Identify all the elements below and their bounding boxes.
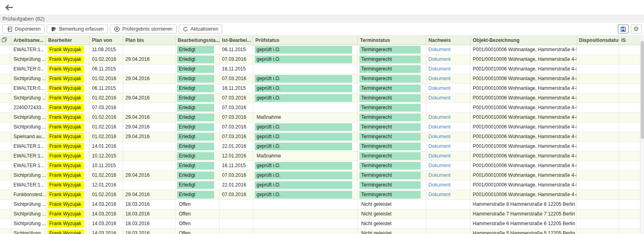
pruefaufgaben-table: Arbeitsanw... Bearbeiter Plan von Plan b… xyxy=(0,35,644,234)
save-icon xyxy=(620,26,626,32)
cell-bearbeiter: Frank Wyzujak xyxy=(45,151,89,161)
aktualisieren-button[interactable]: Aktualisieren xyxy=(179,25,223,33)
table-row[interactable]: EWALTER:1...Frank Wyzujak14.01.2016Erled… xyxy=(0,141,640,151)
dokument-link[interactable]: Dokument xyxy=(429,47,451,52)
dokument-link[interactable]: Dokument xyxy=(429,124,451,130)
row-selector-cell[interactable] xyxy=(0,93,11,103)
dokument-link[interactable]: Dokument xyxy=(429,182,451,188)
dokument-link[interactable]: Dokument xyxy=(429,153,451,159)
aktualisieren-label: Aktualisieren xyxy=(191,26,219,32)
row-selector-cell[interactable] xyxy=(0,151,11,161)
row-selector-cell[interactable] xyxy=(0,161,11,170)
cell-ist-bearbeitung: 22.01.2016 xyxy=(219,180,253,190)
row-selector-cell[interactable] xyxy=(0,170,11,180)
table-row[interactable]: EWALTER:0...Frank Wyzujak06.11.2015Erled… xyxy=(0,64,640,74)
table-row[interactable]: Sichtprüfung ...Frank Wyzujak01.02.20162… xyxy=(0,112,640,122)
column-header-bearbeiter[interactable]: Bearbeiter xyxy=(45,36,89,45)
column-header-is[interactable]: IS xyxy=(619,36,640,45)
status-text: Nicht geleistet xyxy=(359,220,421,228)
status-highlight: Termingerecht xyxy=(359,65,421,73)
row-selector-cell[interactable] xyxy=(0,190,11,199)
row-selector-cell[interactable] xyxy=(0,112,11,122)
table-row[interactable]: EWALTER:1...Frank Wyzujak11.08.2015Erled… xyxy=(0,45,640,54)
dokument-link[interactable]: Dokument xyxy=(429,143,451,149)
bemerkung-erfassen-button[interactable]: Bemerkung erfassen xyxy=(47,25,108,33)
row-selector-cell[interactable] xyxy=(0,180,11,190)
cell-bearbeiter: Frank Wyzujak xyxy=(45,209,89,219)
row-selector-cell[interactable] xyxy=(0,83,11,93)
table-row[interactable]: EWALTER:1...Frank Wyzujak10.12.2015Erled… xyxy=(0,151,640,161)
row-selector-cell[interactable] xyxy=(0,141,11,151)
row-selector-cell[interactable] xyxy=(0,132,11,141)
column-header-bearbeitungsstatus[interactable]: Bearbeitungssta... xyxy=(175,36,219,45)
row-selector-cell[interactable] xyxy=(0,64,11,74)
cell-pruefstatus: geprüft i.O. xyxy=(253,170,357,180)
dokument-link[interactable]: Dokument xyxy=(429,66,451,72)
row-selector-cell[interactable] xyxy=(0,199,11,209)
table-row[interactable]: Sichtprüfung ...Frank Wyzujak14.03.20161… xyxy=(0,199,640,209)
row-selector-cell[interactable] xyxy=(0,122,11,132)
dokument-link[interactable]: Dokument xyxy=(429,95,451,101)
cell-ist-bearbeitung: 07.03.2016 xyxy=(219,74,253,83)
scrollbar-thumb[interactable] xyxy=(641,41,644,139)
dokument-link[interactable]: Dokument xyxy=(429,56,451,62)
status-highlight: geprüft i.O. xyxy=(255,46,352,54)
save-button[interactable] xyxy=(618,25,629,33)
table-row[interactable]: Sichtprüfung ...Frank Wyzujak01.02.20162… xyxy=(0,54,640,64)
table-row[interactable]: Sichtprüfung ...Frank Wyzujak01.02.20162… xyxy=(0,93,640,103)
column-header-objekt-bezeichnung[interactable]: Objekt-Bezeichnung xyxy=(470,36,576,45)
table-row[interactable]: Sichtprüfung ...Frank Wyzujak01.02.20162… xyxy=(0,74,640,83)
column-header-dispositionsdatum[interactable]: Dispositionsdatum xyxy=(576,36,619,45)
dokument-link[interactable]: Dokument xyxy=(429,163,451,168)
column-header-arbeitsanweisung[interactable]: Arbeitsanw... xyxy=(11,36,45,45)
column-header-plan-von[interactable]: Plan von xyxy=(89,36,123,45)
dokument-link[interactable]: Dokument xyxy=(429,76,451,81)
table-row[interactable]: Spielsand au...Frank Wyzujak01.02.201629… xyxy=(0,132,640,141)
pruefergebnis-stornieren-button[interactable]: Prüfergebnis stornieren xyxy=(110,25,177,33)
row-selector-cell[interactable] xyxy=(0,54,11,64)
cell-dispositionsdatum xyxy=(576,122,619,132)
cell-is xyxy=(619,132,640,141)
row-selector-cell[interactable] xyxy=(0,45,11,54)
table-row[interactable]: Sichtprüfung ...Frank Wyzujak01.02.20162… xyxy=(0,122,640,132)
pruefergebnis-stornieren-label: Prüfergebnis stornieren xyxy=(122,26,173,32)
vertical-scrollbar[interactable] xyxy=(640,36,644,234)
dokument-link[interactable]: Dokument xyxy=(429,172,451,178)
back-button[interactable] xyxy=(5,3,15,11)
row-selector-cell[interactable] xyxy=(0,219,11,228)
row-selector-cell[interactable] xyxy=(0,74,11,83)
row-selector-cell[interactable] xyxy=(0,228,11,234)
table-row[interactable]: Sichtprüfung ...Frank Wyzujak14.03.20161… xyxy=(0,219,640,228)
cell-is xyxy=(619,151,640,161)
status-highlight: Erledigt xyxy=(177,104,214,112)
dokument-link[interactable]: Dokument xyxy=(429,85,451,91)
cell-plan-bis: 29.04.2016 xyxy=(123,122,175,132)
table-row[interactable]: 2240D72433...Frank Wyzujak07.03.2016Erle… xyxy=(0,103,640,112)
cell-bearbeiter: Frank Wyzujak xyxy=(45,228,89,234)
status-highlight: Termingerecht xyxy=(359,162,421,170)
settings-button[interactable]: ⚙ xyxy=(631,25,642,33)
cell-objekt-bezeichnung: Hammerstraße 8 Hammerstraße 8 12205 Berl… xyxy=(470,199,576,209)
table-row[interactable]: Sichtprüfung ...Frank Wyzujak14.03.20161… xyxy=(0,209,640,219)
column-header-plan-bis[interactable]: Plan bis xyxy=(123,36,175,45)
table-row[interactable]: EWALTER:0...Frank Wyzujak06.11.2015Erled… xyxy=(0,83,640,93)
table-row[interactable]: EWALTER:1...Frank Wyzujak12.01.2016Erled… xyxy=(0,180,640,190)
table-row[interactable]: Sichtprüfung ...Frank Wyzujak14.03.20161… xyxy=(0,228,640,234)
column-header-pruefstatus[interactable]: Prüfstatus xyxy=(253,36,357,45)
table-row[interactable]: EWALTER:1...Frank Wyzujak10.11.2015Erled… xyxy=(0,161,640,170)
dokument-link[interactable]: Dokument xyxy=(429,192,451,197)
table-row[interactable]: Funktionstest...Frank Wyzujak01.02.20162… xyxy=(0,190,640,199)
select-all-header[interactable] xyxy=(0,36,11,45)
cell-bearbeiter: Frank Wyzujak xyxy=(45,219,89,228)
row-selector-cell[interactable] xyxy=(0,103,11,112)
column-header-terminstatus[interactable]: Terminstatus xyxy=(357,36,426,45)
column-header-nachweis[interactable]: Nachweis xyxy=(426,36,470,45)
disponieren-button[interactable]: Disponieren xyxy=(2,25,45,33)
dokument-link[interactable]: Dokument xyxy=(429,134,451,139)
table-row[interactable]: Sichtprüfung ...Frank Wyzujak01.02.20162… xyxy=(0,170,640,180)
cell-objekt-bezeichnung: P001/00010006 Wohnanlage, Hammerstraße 4… xyxy=(470,141,576,151)
dokument-link[interactable]: Dokument xyxy=(429,114,451,120)
column-header-ist-bearbeitung[interactable]: Ist-Bearbei... xyxy=(219,36,253,45)
cell-nachweis: Dokument xyxy=(426,93,470,103)
row-selector-cell[interactable] xyxy=(0,209,11,219)
